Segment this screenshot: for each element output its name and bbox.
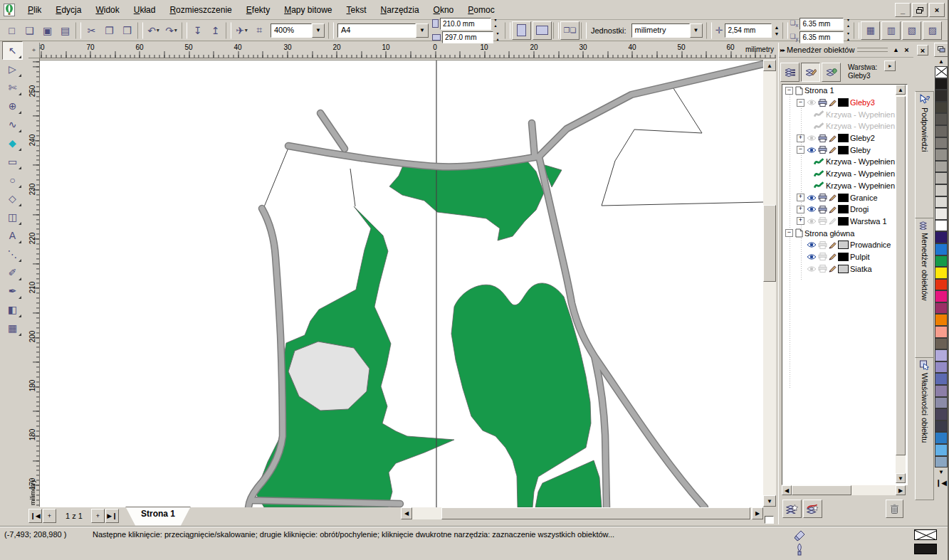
first-page-button[interactable]: ❙◀ [28,509,42,523]
menu-item[interactable]: Pomoc [461,2,501,18]
eye-icon[interactable] [807,206,817,213]
canvas-horizontal-scroll-thumb[interactable] [441,507,750,519]
menu-item[interactable]: Plik [21,2,48,18]
drawing-canvas[interactable] [40,60,763,507]
minimize-button[interactable]: _ [895,3,911,17]
color-swatch[interactable] [935,102,948,114]
tree-row-label[interactable]: Krzywa - Wypełnien [826,169,895,178]
docker-grip-icon[interactable]: ▸▸ [780,47,785,53]
map-drawing[interactable] [40,60,763,507]
palette-scroll-down-button[interactable]: ▼ [934,467,948,477]
last-page-button[interactable]: ▶❙ [105,509,119,523]
menu-item[interactable]: Widok [88,2,126,18]
duplicate-x-spinner[interactable]: ▾▴ [844,17,852,30]
toolbar-button[interactable]: ↶ [145,21,162,39]
printer-icon[interactable] [818,265,827,273]
close-button[interactable]: × [929,3,945,17]
new-layer-button[interactable] [782,500,802,518]
color-swatch[interactable] [935,137,948,149]
canvas-scroll-right-button[interactable]: ▶ [752,507,763,519]
outline-indicator-icon[interactable] [795,543,804,557]
pencil-icon[interactable] [829,194,837,201]
tree-horizontal-scroll-thumb[interactable] [792,485,851,495]
layer-color-swatch[interactable] [838,265,849,273]
tool-button[interactable] [2,189,23,208]
chevron-down-icon[interactable]: ▼ [416,23,429,38]
color-swatch[interactable] [935,385,948,397]
duplicate-y-spinner[interactable]: ▾▴ [844,31,852,43]
color-swatch[interactable] [935,421,948,433]
pencil-icon[interactable] [829,146,837,154]
tree-row[interactable]: Siatka [782,263,907,275]
color-swatch[interactable] [935,338,948,350]
color-swatch[interactable] [935,314,948,326]
menu-item[interactable]: Układ [127,2,163,18]
canvas-horizontal-scrollbar[interactable] [412,507,752,519]
tree-horizontal-scrollbar[interactable] [792,485,896,495]
eye-icon[interactable] [807,147,817,154]
tree-row[interactable]: + Granice [782,191,907,204]
color-swatch[interactable] [935,125,948,137]
palette-scroll-up-button[interactable]: ▲ [934,57,948,66]
duplicate-x-field[interactable]: 6.35 mm [799,18,844,30]
docker-tab-object-manager[interactable]: Menedżer obiektów [915,218,934,358]
menu-item[interactable]: Okno [426,2,461,18]
menu-item[interactable]: Efekty [239,2,277,18]
layer-color-swatch[interactable] [838,134,849,142]
tree-row[interactable]: + Warstwa 1 [782,216,907,228]
color-swatch[interactable] [935,432,948,444]
tool-button[interactable] [2,245,23,263]
color-swatch[interactable] [935,220,948,232]
color-swatch[interactable] [935,113,948,125]
restore-button[interactable] [912,3,928,17]
tool-button[interactable] [2,171,23,189]
printer-icon[interactable] [818,217,827,225]
snap-button[interactable]: ▨ [923,21,942,40]
color-swatch[interactable] [935,90,948,102]
menu-item[interactable]: Edycja [48,2,88,18]
tool-button[interactable] [2,263,23,282]
units-value[interactable]: milimetry [631,23,690,38]
chevron-down-icon[interactable]: ▼ [312,23,325,38]
horizontal-ruler[interactable]: 80 70 60 50 40 30 20 10 0 10 20 30 40 50… [40,43,776,58]
toolbar-button[interactable]: ❐ [100,21,118,39]
canvas-vertical-scrollbar[interactable] [763,71,776,495]
duplicate-y-field[interactable]: 6.35 mm [799,31,844,43]
layer-color-swatch[interactable] [838,241,849,249]
eye-icon[interactable] [807,218,817,225]
expand-toggle[interactable]: + [797,217,804,225]
menu-item[interactable]: Narzędzia [374,2,426,18]
toolbar-button[interactable]: ↥ [206,21,224,39]
docker-collapse-button[interactable]: ▲ [891,45,901,55]
palette-open-button[interactable]: ❙◀ [934,477,948,488]
chevron-down-icon[interactable]: ▼ [690,23,703,38]
tree-scroll-down-button[interactable]: ▼ [896,473,906,483]
tree-row[interactable]: − Strona główna [782,227,907,239]
portrait-button[interactable] [512,21,531,40]
all-pages-button[interactable]: ❐❏ [560,21,580,40]
toolbar-button[interactable] [182,22,187,39]
expand-toggle[interactable]: + [797,206,804,213]
tree-row-label[interactable]: Strona główna [804,229,854,238]
printer-icon[interactable] [818,253,827,260]
printer-icon[interactable] [818,241,827,249]
toolbar-button[interactable]: ⌗ [251,21,268,39]
add-page-before-button[interactable]: + [43,509,56,523]
expand-toggle[interactable]: − [797,99,804,107]
coreldraw-app-icon[interactable] [4,4,15,16]
expand-toggle[interactable]: − [797,146,804,154]
canvas-scroll-left-button[interactable]: ◀ [401,507,412,519]
eye-icon[interactable] [807,194,817,201]
tree-row[interactable]: Pulpit [782,251,907,263]
eye-icon[interactable] [807,265,817,273]
tree-row[interactable]: − Gleby [782,144,907,156]
tool-button[interactable] [2,60,23,78]
printer-icon[interactable] [818,194,827,201]
paper-height-field[interactable]: 297.0 mm [442,31,493,43]
eye-icon[interactable] [807,253,817,260]
tree-row[interactable]: Prowadnice [782,239,907,251]
docker-tab-object-properties[interactable]: Właściwości obiektu [915,357,934,500]
add-page-after-button[interactable]: + [91,509,105,523]
tool-button[interactable] [2,97,23,115]
delete-layer-button[interactable] [886,500,903,518]
